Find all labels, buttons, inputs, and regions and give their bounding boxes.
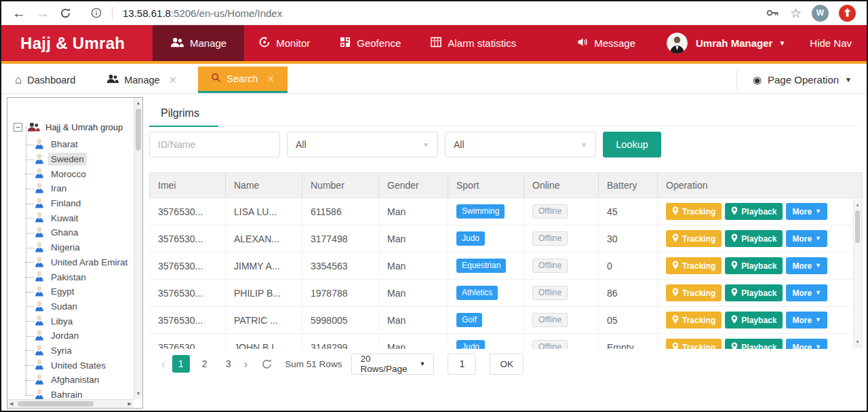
browser-update-icon[interactable]	[839, 5, 856, 22]
location-pin-icon	[731, 288, 738, 299]
cell-operation: TrackingPlaybackMore▼	[658, 252, 862, 279]
page-info-icon[interactable]	[91, 7, 102, 18]
scrollbar-thumb[interactable]	[855, 210, 860, 243]
user-avatar[interactable]	[667, 33, 688, 54]
scroll-left-icon[interactable]: ◀	[9, 400, 13, 408]
id-name-input[interactable]	[149, 132, 280, 157]
user-name: Umrah Manager	[696, 37, 772, 49]
tab-manage[interactable]: Manage ✕	[96, 67, 187, 93]
tree-item-label: Kuwait	[50, 213, 80, 223]
page-button-3[interactable]: 3	[220, 355, 237, 373]
page-button-1[interactable]: 1	[172, 355, 190, 373]
profile-avatar[interactable]: W	[812, 5, 829, 22]
people-icon	[170, 37, 184, 50]
rows-per-page-select[interactable]: 20 Rows/Page ▼	[351, 354, 434, 375]
user-menu[interactable]: Umrah Manager ▼	[696, 37, 785, 49]
table-vertical-scrollbar[interactable]: ▲ ▼	[853, 200, 862, 348]
tree-item-afghanistan[interactable]: Afghanistan	[7, 373, 133, 388]
tracking-button[interactable]: Tracking	[666, 230, 722, 247]
url-bar[interactable]: 13.58.61.8:5206/en-us/Home/Index	[123, 7, 282, 19]
nav-item-manage[interactable]: Manage	[153, 25, 244, 61]
prev-page-icon[interactable]: ‹	[159, 358, 168, 370]
more-button[interactable]: More▼	[786, 230, 827, 247]
tracking-button[interactable]: Tracking	[666, 257, 722, 274]
tracking-button[interactable]: Tracking	[666, 203, 722, 220]
password-key-icon[interactable]	[766, 8, 780, 18]
tree-item-sweden[interactable]: Sweden	[7, 152, 133, 167]
person-icon	[35, 345, 44, 356]
scroll-up-icon[interactable]: ▲	[134, 99, 142, 107]
nav-item-alarm-statistics[interactable]: Alarm statistics	[416, 25, 531, 61]
playback-button[interactable]: Playback	[725, 312, 783, 329]
ok-button[interactable]: OK	[490, 354, 524, 375]
tree-item-pakistan[interactable]: Pakistan	[7, 269, 133, 284]
tree-item-united-arab-emirat[interactable]: United Arab Emirat	[7, 255, 133, 270]
close-icon[interactable]: ✕	[169, 75, 177, 85]
person-icon	[35, 198, 44, 208]
nav-item-label: Manage	[190, 37, 226, 49]
tree-item-ghana[interactable]: Ghana	[7, 225, 133, 240]
refresh-icon[interactable]	[261, 358, 273, 370]
more-button[interactable]: More▼	[786, 284, 827, 301]
tree-item-united-states[interactable]: United States	[7, 358, 133, 373]
more-button[interactable]: More▼	[786, 312, 827, 329]
tree-horizontal-scrollbar[interactable]: ◀ ▶	[7, 399, 134, 408]
goto-page-input[interactable]	[448, 354, 476, 375]
lookup-button[interactable]: Lookup	[603, 132, 661, 157]
tree-root-node[interactable]: − Hajj & Umrah group	[7, 119, 123, 134]
app-navbar: Hajj & Umrah Manage Monitor Geofence Ala…	[1, 25, 867, 64]
message-menu[interactable]: Message	[577, 37, 635, 50]
filter-select-2[interactable]: All ▼	[445, 132, 596, 157]
tree-item-bharat[interactable]: Bharat	[7, 137, 133, 152]
cell-operation: TrackingPlaybackMore▼	[658, 198, 862, 225]
tab-search[interactable]: Search ✕	[198, 67, 288, 93]
tab-pilgrims[interactable]: Pilgrims	[149, 100, 218, 127]
scrollbar-thumb[interactable]	[136, 109, 141, 151]
person-icon	[35, 330, 44, 341]
playback-button[interactable]: Playback	[725, 257, 783, 274]
close-icon[interactable]: ✕	[267, 74, 275, 83]
tree-item-jordan[interactable]: Jordan	[7, 329, 133, 343]
playback-button[interactable]: Playback	[725, 284, 783, 301]
nav-item-monitor[interactable]: Monitor	[244, 25, 325, 61]
browser-forward-icon[interactable]: →	[36, 6, 50, 20]
tracking-button[interactable]: Tracking	[666, 312, 722, 329]
collapse-icon[interactable]: −	[14, 123, 22, 132]
tree-item-morocco[interactable]: Morocco	[7, 166, 133, 181]
nav-item-geofence[interactable]: Geofence	[325, 25, 416, 61]
tracking-button[interactable]: Tracking	[666, 339, 722, 349]
browser-reload-icon[interactable]	[60, 7, 71, 19]
chevron-down-icon: ▼	[815, 290, 821, 296]
url-path: :5206/en-us/Home/Index	[171, 7, 282, 19]
tree-vertical-scrollbar[interactable]: ▲ ▼	[134, 98, 142, 399]
tree-item-finland[interactable]: Finland	[7, 196, 133, 211]
playback-button[interactable]: Playback	[725, 230, 783, 247]
tree-item-kuwait[interactable]: Kuwait	[7, 210, 133, 225]
scroll-right-icon[interactable]: ▶	[128, 400, 132, 408]
scroll-down-icon[interactable]: ▼	[854, 338, 861, 346]
tab-dashboard[interactable]: ⌂ Dashboard	[4, 67, 86, 93]
more-button[interactable]: More▼	[786, 257, 827, 274]
scrollbar-thumb[interactable]	[18, 401, 94, 407]
page-operation-menu[interactable]: ◉ Page Operation ▼	[736, 67, 867, 93]
tree-item-iran[interactable]: Iran	[7, 181, 133, 196]
tree-item-sudan[interactable]: Sudan	[7, 299, 133, 314]
next-page-icon[interactable]: ›	[241, 358, 251, 370]
scroll-down-icon[interactable]: ▼	[134, 390, 142, 398]
tree-item-libya[interactable]: Libya	[7, 314, 133, 329]
playback-button[interactable]: Playback	[725, 203, 783, 220]
online-status-badge: Offline	[532, 340, 568, 349]
hide-nav-button[interactable]: Hide Nav	[810, 37, 852, 49]
playback-button[interactable]: Playback	[725, 339, 783, 349]
filter-select-1[interactable]: All ▼	[287, 132, 438, 157]
tracking-button[interactable]: Tracking	[666, 284, 722, 301]
scroll-up-icon[interactable]: ▲	[854, 201, 861, 209]
browser-back-icon[interactable]: ←	[12, 6, 26, 20]
tree-item-egypt[interactable]: Egypt	[7, 284, 133, 299]
more-button[interactable]: More▼	[786, 203, 827, 220]
tree-item-syria[interactable]: Syria	[7, 343, 133, 358]
bookmark-star-icon[interactable]: ☆	[790, 7, 802, 20]
page-button-2[interactable]: 2	[196, 355, 214, 373]
more-button[interactable]: More▼	[786, 339, 827, 349]
tree-item-nigeria[interactable]: Nigeria	[7, 240, 133, 255]
